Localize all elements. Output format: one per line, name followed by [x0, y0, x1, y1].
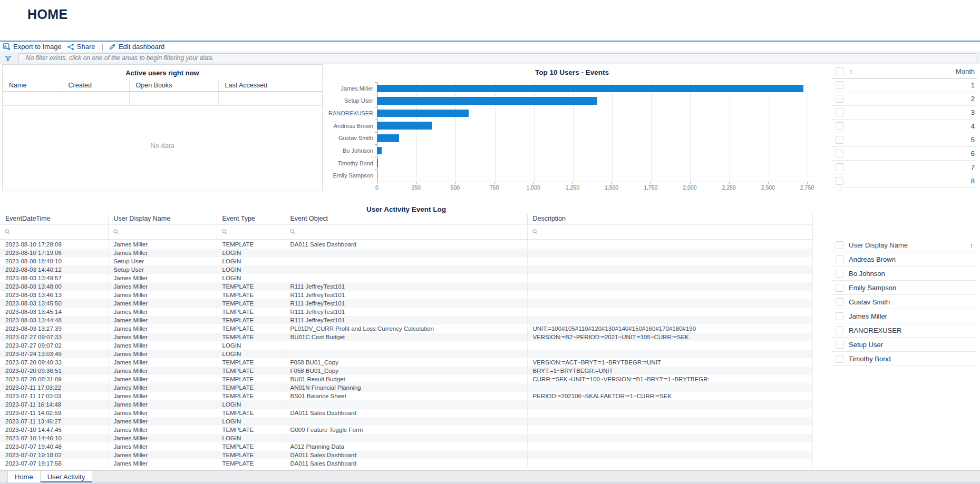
user-checkbox[interactable] [836, 255, 843, 263]
event-log-row[interactable]: 2023-08-03 13:46:13 James Miller TEMPLAT… [0, 291, 812, 299]
event-log-row[interactable]: 2023-07-24 13:03:49 James Miller LOGIN [0, 350, 812, 358]
event-log-row[interactable]: 2023-07-11 17:03:22 James Miller TEMPLAT… [0, 383, 812, 392]
chart-bar[interactable] [377, 159, 378, 167]
event-log-column-header[interactable]: User Display Name [108, 214, 217, 225]
month-checkbox[interactable] [836, 81, 843, 89]
event-log-row[interactable]: 2023-07-27 09:07:02 James Miller LOGIN [0, 341, 812, 350]
chart-bar-row[interactable]: Andreas Brown [327, 120, 814, 132]
column-search-input[interactable] [285, 225, 527, 240]
event-log-row[interactable]: 2023-07-11 14:02:59 James Miller TEMPLAT… [0, 409, 812, 417]
month-checkbox[interactable] [836, 163, 843, 171]
filter-status-message[interactable]: No filter exists, click on one of the ar… [18, 53, 976, 63]
event-log-row[interactable]: 2023-07-07 19:40:48 James Miller TEMPLAT… [0, 442, 812, 451]
user-filter-row[interactable]: Setup User [831, 338, 977, 352]
chart-bar-row[interactable]: Timothy Bond [327, 157, 814, 170]
event-log-row[interactable]: 2023-07-11 16:14:48 James Miller LOGIN [0, 400, 812, 409]
event-log-column-header[interactable]: EventDateTime [0, 214, 108, 225]
user-filter-row[interactable]: Bo Johnson [831, 266, 977, 281]
user-select-all-checkbox[interactable] [836, 241, 843, 249]
month-checkbox[interactable] [836, 108, 843, 116]
active-users-panel[interactable]: Active users right now NameCreatedOpen B… [2, 64, 323, 191]
user-checkbox[interactable] [836, 341, 843, 349]
month-filter-row[interactable]: 1 [831, 78, 977, 92]
share-button[interactable]: Share [67, 43, 95, 51]
event-log-row[interactable]: 2023-08-03 13:49:57 James Miller LOGIN [0, 274, 812, 282]
top-users-chart-panel[interactable]: Top 10 Users - Events James Miller Setup… [327, 64, 817, 191]
month-sort-ascending-icon[interactable]: ↑ [849, 67, 853, 75]
event-log-row[interactable]: 2023-07-10 14:46:10 James Miller LOGIN [0, 434, 812, 442]
column-search-input[interactable] [217, 225, 285, 240]
chart-bar[interactable] [377, 122, 432, 130]
user-checkbox[interactable] [836, 298, 843, 306]
chart-bar-row[interactable]: RANOREXUSER [327, 107, 814, 120]
month-filter-row[interactable]: 8 [831, 174, 977, 188]
event-log-row[interactable]: 2023-07-07 19:17:58 James Miller TEMPLAT… [0, 459, 812, 467]
month-select-all-checkbox[interactable] [836, 67, 843, 75]
event-log-column-header[interactable]: Event Object [285, 214, 527, 225]
user-filter-row[interactable]: James Miller [831, 309, 977, 323]
month-checkbox[interactable] [836, 191, 843, 191]
month-filter-row[interactable]: 7 [831, 161, 977, 174]
column-search-input[interactable] [108, 225, 217, 240]
month-filter-row[interactable]: 5 [831, 133, 977, 147]
sheet-tab[interactable]: Home [7, 471, 41, 482]
chart-bar-row[interactable]: Emily Sampson [327, 169, 814, 182]
month-filter-row[interactable]: 4 [831, 120, 977, 133]
chart-bar[interactable] [377, 134, 399, 142]
event-log-row[interactable]: 2023-08-03 14:40:12 Setup User LOGIN [0, 265, 812, 274]
event-log-row[interactable]: 2023-07-07 19:18:02 James Miller TEMPLAT… [0, 451, 812, 459]
event-log-column-header[interactable]: Description [527, 214, 812, 225]
event-log-row[interactable]: 2023-07-10 14:47:45 James Miller TEMPLAT… [0, 426, 812, 434]
event-log-row[interactable]: 2023-07-20 08:31:09 James Miller TEMPLAT… [0, 375, 812, 383]
event-log-row[interactable]: 2023-08-10 17:28:09 James Miller TEMPLAT… [0, 240, 812, 249]
filter-funnel-icon[interactable] [5, 55, 12, 62]
event-log-row[interactable]: 2023-07-11 17:03:03 James Miller TEMPLAT… [0, 392, 812, 400]
chart-bar-row[interactable]: Setup User [327, 95, 814, 107]
user-checkbox[interactable] [836, 270, 843, 278]
column-search-input[interactable] [0, 225, 108, 240]
chart-bar[interactable] [377, 172, 377, 180]
user-checkbox[interactable] [836, 327, 843, 334]
chart-bar[interactable] [377, 147, 382, 155]
event-log-row[interactable]: 2023-08-10 17:19:06 James Miller LOGIN [0, 249, 812, 257]
event-log-row[interactable]: 2023-08-03 13:44:48 James Miller TEMPLAT… [0, 316, 812, 324]
month-filter-row[interactable]: 6 [831, 147, 977, 161]
event-log-row[interactable]: 2023-08-08 18:40:10 Setup User LOGIN [0, 257, 812, 265]
chart-bar[interactable] [377, 97, 597, 105]
event-log-row[interactable]: 2023-07-20 09:36:51 James Miller TEMPLAT… [0, 367, 812, 375]
month-checkbox[interactable] [836, 136, 843, 144]
user-filter-row[interactable]: Timothy Bond [831, 352, 977, 366]
event-log-row[interactable]: 2023-07-11 13:46:27 James Miller LOGIN [0, 417, 812, 426]
event-log-row[interactable]: 2023-08-03 13:45:14 James Miller TEMPLAT… [0, 308, 812, 316]
user-filter-row[interactable]: Emily Sampson [831, 281, 977, 295]
user-sort-ascending-icon[interactable]: ↑ [970, 241, 974, 249]
event-log-row[interactable]: 2023-07-20 09:40:33 James Miller TEMPLAT… [0, 358, 812, 367]
month-filter-row[interactable]: 2 [831, 92, 977, 106]
month-filter-row[interactable]: 3 [831, 106, 977, 120]
chart-bar[interactable] [377, 85, 803, 93]
month-checkbox[interactable] [836, 177, 843, 185]
export-to-image-button[interactable]: Export to Image [3, 43, 62, 51]
month-checkbox[interactable] [836, 150, 843, 157]
user-filter-row[interactable]: RANOREXUSER [831, 323, 977, 338]
user-filter-row[interactable]: Gustav Smith [831, 295, 977, 309]
event-log-row[interactable]: 2023-08-03 13:48:00 James Miller TEMPLAT… [0, 282, 812, 291]
chart-bar[interactable] [377, 110, 469, 117]
chart-bar-row[interactable]: James Miller [327, 82, 814, 95]
event-log-row[interactable]: 2023-07-27 09:07:33 James Miller TEMPLAT… [0, 333, 812, 341]
edit-dashboard-button[interactable]: Edit dashboard [109, 43, 164, 51]
user-filter-row[interactable]: Andreas Brown [831, 252, 977, 266]
user-checkbox[interactable] [836, 312, 843, 320]
chart-bar-row[interactable]: Gustav Smith [327, 132, 814, 145]
event-log-row[interactable]: 2023-08-03 13:45:50 James Miller TEMPLAT… [0, 299, 812, 308]
column-search-input[interactable] [527, 225, 812, 240]
month-checkbox[interactable] [836, 122, 843, 130]
event-log-row[interactable]: 2023-08-03 13:27:39 James Miller TEMPLAT… [0, 324, 812, 333]
month-checkbox[interactable] [836, 95, 843, 103]
sheet-tab[interactable]: User Activity [41, 471, 93, 482]
month-filter-row[interactable]: 9 [831, 188, 977, 191]
chart-bar-row[interactable]: Bo Johnson [327, 144, 814, 157]
event-log-column-header[interactable]: Event Type [217, 214, 285, 225]
user-checkbox[interactable] [836, 284, 843, 292]
user-checkbox[interactable] [836, 355, 843, 363]
